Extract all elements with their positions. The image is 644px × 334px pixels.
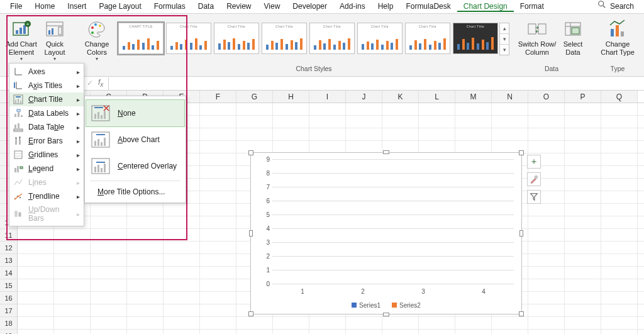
row-header[interactable]: 18: [0, 317, 18, 330]
cell[interactable]: [309, 128, 346, 140]
cell[interactable]: [18, 292, 54, 304]
cell[interactable]: [419, 141, 455, 153]
menu-data[interactable]: Data: [192, 1, 220, 12]
cell[interactable]: [164, 330, 200, 334]
column-header[interactable]: P: [565, 91, 601, 103]
cell[interactable]: [236, 103, 273, 115]
formula-input[interactable]: [108, 77, 644, 90]
cell[interactable]: [200, 191, 236, 203]
cell[interactable]: [601, 254, 638, 266]
cell[interactable]: [91, 292, 127, 304]
column-header[interactable]: J: [346, 91, 382, 103]
cell[interactable]: [565, 141, 601, 153]
cell[interactable]: [382, 103, 419, 115]
cell[interactable]: [528, 242, 565, 253]
cell[interactable]: [528, 216, 565, 228]
cell[interactable]: [127, 279, 164, 291]
change-chart-type-button[interactable]: Change Chart Type: [597, 18, 638, 57]
menu-formulas[interactable]: Formulas: [148, 1, 192, 12]
cell[interactable]: [528, 103, 565, 115]
cell[interactable]: [91, 330, 127, 334]
cell[interactable]: [419, 128, 455, 140]
column-header[interactable]: K: [382, 91, 419, 103]
cell[interactable]: [455, 141, 492, 153]
chart-styles-gallery[interactable]: CHART TITLEChart TitleChart TitleChart T…: [118, 18, 498, 55]
row-header[interactable]: 12: [0, 242, 18, 254]
menu-review[interactable]: Review: [220, 1, 257, 12]
cell[interactable]: [18, 330, 54, 334]
chart-legend[interactable]: Series1 Series2: [251, 302, 521, 309]
chart-styles-button[interactable]: [527, 172, 541, 186]
cell[interactable]: [528, 204, 565, 216]
cell[interactable]: [164, 304, 200, 316]
cell[interactable]: [455, 116, 492, 128]
chart-style-thumb[interactable]: Chart Title: [453, 23, 498, 54]
cell[interactable]: [18, 267, 54, 279]
cell[interactable]: [528, 330, 565, 334]
cell[interactable]: [309, 141, 346, 153]
row-header[interactable]: 11: [0, 229, 18, 242]
cell[interactable]: [127, 254, 164, 266]
legend-series2[interactable]: Series2: [399, 302, 421, 309]
cell[interactable]: [346, 116, 382, 128]
cell[interactable]: [54, 304, 91, 316]
cell[interactable]: [565, 216, 601, 228]
cell[interactable]: [492, 317, 528, 329]
menu-addins[interactable]: Add-ins: [333, 1, 372, 12]
cell[interactable]: [565, 229, 601, 241]
cell[interactable]: [455, 103, 492, 115]
cell[interactable]: [528, 267, 565, 279]
cell[interactable]: [236, 317, 273, 329]
cell[interactable]: [200, 141, 236, 153]
cell[interactable]: [419, 317, 455, 329]
cell[interactable]: [200, 304, 236, 316]
cell[interactable]: [346, 317, 382, 329]
cell[interactable]: [601, 116, 638, 128]
menu-file[interactable]: File: [4, 1, 28, 12]
cell[interactable]: [91, 229, 127, 241]
scroll-up-icon[interactable]: ▴: [500, 23, 509, 34]
row-header[interactable]: 19: [0, 330, 18, 334]
cell[interactable]: [164, 229, 200, 241]
cell[interactable]: [127, 242, 164, 253]
cell[interactable]: [200, 279, 236, 291]
cell[interactable]: [601, 304, 638, 316]
cell[interactable]: [164, 254, 200, 266]
cell[interactable]: [565, 179, 601, 191]
cell[interactable]: [419, 330, 455, 334]
cell[interactable]: [565, 254, 601, 266]
cell[interactable]: [18, 304, 54, 316]
cell[interactable]: [18, 279, 54, 291]
quick-layout-button[interactable]: Quick Layout ▾: [39, 18, 70, 63]
cell[interactable]: [309, 317, 346, 329]
row-header[interactable]: 13: [0, 254, 18, 267]
column-header[interactable]: Q: [601, 91, 638, 103]
column-header[interactable]: O: [528, 91, 565, 103]
cell[interactable]: [601, 141, 638, 153]
cell[interactable]: [236, 116, 273, 128]
row-header[interactable]: 14: [0, 267, 18, 279]
cell[interactable]: [273, 317, 309, 329]
cell[interactable]: [382, 116, 419, 128]
cell[interactable]: [382, 128, 419, 140]
column-header[interactable]: G: [236, 91, 273, 103]
cell[interactable]: [565, 267, 601, 279]
search-icon[interactable]: [594, 0, 609, 12]
scroll-down-icon[interactable]: ▾: [500, 34, 509, 45]
cell[interactable]: [528, 254, 565, 266]
cell[interactable]: [601, 267, 638, 279]
chart-style-thumb[interactable]: Chart Title: [405, 23, 450, 54]
cell[interactable]: [565, 128, 601, 140]
cell[interactable]: [200, 254, 236, 266]
add-element-legend[interactable]: Legend▸: [9, 162, 84, 175]
add-chart-element-button[interactable]: + Add Chart Element ▾: [4, 18, 39, 63]
cell[interactable]: [236, 141, 273, 153]
select-data-button[interactable]: Select Data: [558, 18, 587, 57]
cell[interactable]: [54, 292, 91, 304]
cell[interactable]: [91, 242, 127, 253]
row-header[interactable]: 16: [0, 292, 18, 304]
cell[interactable]: [200, 330, 236, 334]
chart-style-thumb[interactable]: Chart Title: [262, 23, 307, 54]
cell[interactable]: [601, 292, 638, 304]
cell[interactable]: [528, 116, 565, 128]
